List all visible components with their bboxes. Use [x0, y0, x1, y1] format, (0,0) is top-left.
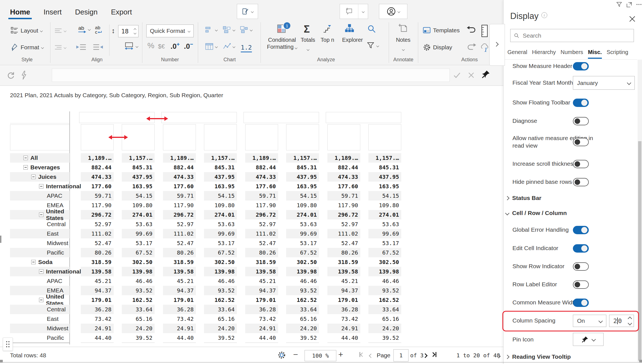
- zoom-out-button[interactable]: −: [293, 350, 298, 359]
- tab-hierarchy[interactable]: Hierarchy: [532, 49, 556, 59]
- value-cell[interactable]: 139.98: [368, 267, 401, 276]
- templates-button[interactable]: Templates: [423, 27, 460, 34]
- value-cell[interactable]: 99.69: [286, 229, 319, 238]
- value-cell[interactable]: 36.28: [327, 305, 360, 314]
- previous-page-button[interactable]: [369, 352, 373, 359]
- row-label-east[interactable]: East: [10, 229, 70, 238]
- lightning-icon[interactable]: [20, 71, 28, 80]
- value-cell[interactable]: 73.42: [327, 314, 360, 324]
- value-cell[interactable]: 177.60: [327, 182, 360, 191]
- tab-home[interactable]: Home: [10, 8, 30, 23]
- value-cell[interactable]: 53.63: [122, 219, 155, 229]
- toggle-increase-scroll-thickness[interactable]: [573, 160, 589, 168]
- value-cell[interactable]: 163.95: [368, 182, 401, 191]
- value-cell[interactable]: 177.60: [245, 182, 278, 191]
- account-button[interactable]: [379, 4, 407, 19]
- value-cell[interactable]: 45.21: [163, 276, 196, 286]
- value-cell[interactable]: 80.26: [327, 248, 360, 257]
- value-cell[interactable]: 139.98: [204, 267, 237, 276]
- value-cell[interactable]: 54.15: [286, 191, 319, 201]
- value-cell[interactable]: 162.52: [286, 295, 319, 305]
- value-cell[interactable]: 318.59: [163, 257, 196, 267]
- row-label-united-states[interactable]: United States: [10, 210, 70, 219]
- value-cell[interactable]: 54.15: [204, 191, 237, 201]
- value-cell[interactable]: 845.31: [122, 163, 155, 172]
- panel-search-input[interactable]: [522, 32, 630, 39]
- value-cell[interactable]: 318.59: [327, 257, 360, 267]
- value-cell[interactable]: 99.69: [204, 229, 237, 238]
- value-cell[interactable]: 93.52: [286, 286, 319, 295]
- value-cell[interactable]: 882.44: [81, 163, 114, 172]
- value-cell[interactable]: 94.37: [245, 286, 278, 295]
- text-direction-button[interactable]: ab: [78, 26, 90, 33]
- value-cell[interactable]: 36.28: [245, 305, 278, 314]
- section-status-bar[interactable]: Status Bar: [506, 194, 634, 202]
- value-cell[interactable]: 93.52: [368, 286, 401, 295]
- toggle-show-measure-header[interactable]: [573, 62, 589, 70]
- value-cell[interactable]: 39.52: [368, 333, 401, 343]
- filter-icon[interactable]: [616, 2, 622, 8]
- value-cell[interactable]: 80.26: [81, 248, 114, 257]
- row-label-beverages[interactable]: Beverages: [10, 163, 70, 172]
- value-cell[interactable]: 67.52: [286, 248, 319, 257]
- close-icon[interactable]: [628, 15, 636, 23]
- bar-chart-button[interactable]: [205, 26, 217, 33]
- toggle-row-label-editor[interactable]: [573, 280, 589, 289]
- value-cell[interactable]: 67.52: [204, 248, 237, 257]
- value-cell[interactable]: 94.37: [81, 286, 114, 295]
- value-cell[interactable]: 80.26: [245, 248, 278, 257]
- value-cell[interactable]: 46.46: [122, 276, 155, 286]
- value-cell[interactable]: 179.01: [163, 295, 196, 305]
- value-cell[interactable]: 33.64: [204, 305, 237, 314]
- value-cell[interactable]: 53.17: [204, 238, 237, 248]
- value-cell[interactable]: 67.52: [368, 248, 401, 257]
- line-chart-button[interactable]: [223, 43, 235, 50]
- drag-handle[interactable]: [3, 338, 13, 351]
- value-cell[interactable]: 24.20: [286, 324, 319, 333]
- value-cell[interactable]: 274.01: [204, 210, 237, 219]
- value-cell[interactable]: 437.95: [286, 172, 319, 182]
- value-cell[interactable]: 109.80: [286, 201, 319, 210]
- value-cell[interactable]: 93.52: [204, 286, 237, 295]
- value-cell[interactable]: 177.60: [81, 182, 114, 191]
- row-label-apac[interactable]: APAC: [10, 276, 70, 286]
- value-cell[interactable]: 46.46: [204, 276, 237, 286]
- row-label-apac[interactable]: APAC: [10, 191, 70, 201]
- collapse-icon[interactable]: [31, 175, 36, 179]
- tab-numbers[interactable]: Numbers: [561, 49, 583, 59]
- value-cell[interactable]: 139.58: [245, 267, 278, 276]
- value-cell[interactable]: 163.95: [204, 182, 237, 191]
- value-cell[interactable]: 1,157.…: [286, 153, 319, 163]
- value-cell[interactable]: 33.64: [286, 305, 319, 314]
- measure-header-actuals[interactable]: [204, 124, 237, 150]
- value-cell[interactable]: 1,189.…: [245, 153, 278, 163]
- font-size-stepper[interactable]: 18: [118, 25, 138, 37]
- formula-input[interactable]: [52, 69, 450, 82]
- row-label-all[interactable]: All: [10, 153, 70, 163]
- ruler-icon[interactable]: [481, 25, 488, 37]
- value-cell[interactable]: 44.40: [163, 333, 196, 343]
- value-cell[interactable]: 59.71: [245, 191, 278, 201]
- currency-format-button[interactable]: $€: [158, 43, 165, 50]
- decimal-display-button[interactable]: 1.2: [241, 44, 252, 52]
- top-n-button[interactable]: Top n: [317, 37, 338, 43]
- value-cell[interactable]: 59.71: [81, 191, 114, 201]
- toggle-show-row-indicator[interactable]: [573, 262, 589, 271]
- value-cell[interactable]: 318.59: [81, 257, 114, 267]
- refresh-icon[interactable]: [7, 71, 15, 80]
- resize-grip-right[interactable]: [639, 360, 642, 363]
- percent-format-button[interactable]: %: [147, 41, 154, 50]
- value-cell[interactable]: 67.52: [122, 248, 155, 257]
- quarter-header[interactable]: [10, 111, 70, 123]
- value-cell[interactable]: 845.31: [368, 163, 401, 172]
- align-lines-button[interactable]: [55, 28, 66, 33]
- notes-button[interactable]: Notes: [390, 37, 416, 52]
- next-page-button[interactable]: [424, 352, 427, 359]
- measure-header-plan[interactable]: [327, 124, 360, 150]
- combo-chart-button[interactable]: [223, 26, 235, 33]
- cancel-icon[interactable]: [468, 72, 475, 79]
- value-cell[interactable]: 44.40: [81, 333, 114, 343]
- value-cell[interactable]: 139.58: [81, 267, 114, 276]
- value-cell[interactable]: 177.60: [163, 182, 196, 191]
- collapse-icon[interactable]: [39, 184, 43, 189]
